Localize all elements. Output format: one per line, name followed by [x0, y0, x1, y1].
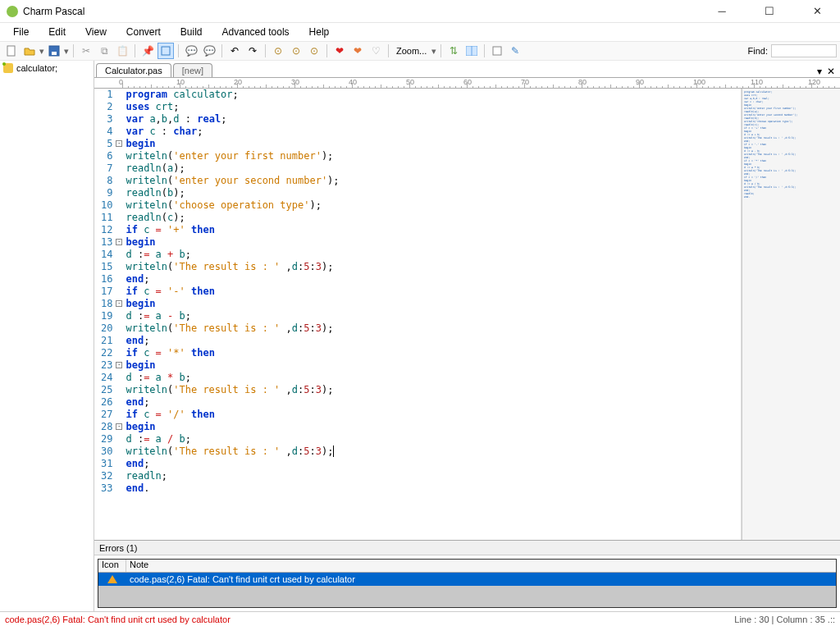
paste-icon[interactable]: 📋 — [114, 43, 130, 59]
svg-rect-0 — [7, 46, 15, 56]
status-caret-position: Line : 30 | Column : 35 .:: — [734, 615, 835, 624]
status-error-text: code.pas(2,6) Fatal: Can't find unit crt… — [5, 615, 231, 624]
close-button[interactable]: ✕ — [801, 2, 833, 21]
tab-close-icon[interactable]: ✕ — [827, 66, 835, 77]
build-icon[interactable]: ⊙ — [288, 43, 304, 59]
redo-icon[interactable]: ↷ — [244, 43, 261, 59]
editor-main: Calculator.pas [new] ▾ ✕ 010203040506070… — [94, 61, 840, 611]
line-gutter: 1234567891011121314151617181920212223242… — [94, 89, 116, 540]
maximize-button[interactable]: ☐ — [753, 2, 786, 21]
app-icon — [7, 6, 18, 17]
comment-icon[interactable]: 💬 — [183, 43, 199, 59]
statusbar: code.pas(2,6) Fatal: Can't find unit crt… — [0, 611, 840, 626]
new-file-icon[interactable] — [3, 43, 20, 59]
window-title: Charm Pascal — [23, 6, 705, 17]
code-content[interactable]: program calculator;uses crt;var a,b,d : … — [124, 89, 741, 540]
run-icon[interactable]: ⊙ — [270, 43, 286, 59]
sort-icon[interactable]: ⇅ — [445, 43, 462, 59]
heart-red-icon[interactable]: ❤ — [331, 43, 348, 59]
tab-bar: Calculator.pas [new] ▾ ✕ — [94, 61, 840, 77]
errors-col-icon[interactable]: Icon — [98, 560, 126, 572]
copy-icon[interactable]: ⧉ — [96, 43, 112, 59]
find-input[interactable] — [771, 44, 837, 57]
toolbar: ▾ ▾ ✂ ⧉ 📋 📌 💬 💬 ↶ ↷ ⊙ ⊙ ⊙ ❤ ❤ ♡ Zoom... … — [0, 41, 840, 61]
menu-convert[interactable]: Convert — [118, 25, 169, 39]
menu-edit[interactable]: Edit — [40, 25, 74, 39]
error-row[interactable]: code.pas(2,6) Fatal: Can't find unit crt… — [98, 573, 836, 586]
menubar: File Edit View Convert Build Advanced to… — [0, 23, 840, 41]
errors-panel: Errors (1) Icon Note code.pas(2,6) Fatal… — [94, 540, 840, 611]
sidebar-item-calculator[interactable]: calculator; — [2, 62, 92, 74]
ruler: 0102030405060708090100110120130 — [94, 77, 840, 89]
svg-rect-6 — [493, 47, 501, 55]
sidebar-item-label: calculator; — [16, 63, 57, 73]
titlebar: Charm Pascal ─ ☐ ✕ — [0, 0, 840, 23]
open-folder-icon[interactable] — [21, 43, 38, 59]
menu-view[interactable]: View — [77, 25, 115, 39]
menu-help[interactable]: Help — [301, 25, 338, 39]
bookmark-icon[interactable] — [158, 43, 174, 59]
tab-new[interactable]: [new] — [173, 63, 212, 77]
zoom-dropdown[interactable]: Zoom... — [393, 46, 430, 56]
menu-build[interactable]: Build — [172, 25, 211, 39]
undo-icon[interactable]: ↶ — [226, 43, 243, 59]
code-editor[interactable]: 1234567891011121314151617181920212223242… — [94, 89, 742, 540]
pin-icon[interactable]: 📌 — [139, 43, 156, 59]
heart-orange-icon[interactable]: ❤ — [349, 43, 366, 59]
error-note: code.pas(2,6) Fatal: Can't find unit crt… — [126, 574, 836, 584]
workspace: calculator; Calculator.pas [new] ▾ ✕ 010… — [0, 61, 840, 611]
tab-calculator[interactable]: Calculator.pas — [96, 63, 171, 77]
menu-file[interactable]: File — [5, 25, 37, 39]
svg-rect-2 — [52, 52, 57, 55]
edit-pencil-icon[interactable]: ✎ — [507, 43, 523, 59]
project-sidebar: calculator; — [0, 61, 94, 611]
menu-advanced-tools[interactable]: Advanced tools — [214, 25, 298, 39]
svg-rect-3 — [162, 47, 170, 55]
window-controls: ─ ☐ ✕ — [705, 2, 833, 21]
cut-icon[interactable]: ✂ — [78, 43, 94, 59]
save-icon[interactable] — [46, 43, 62, 59]
errors-tab[interactable]: Errors (1) — [94, 541, 840, 555]
uncomment-icon[interactable]: 💬 — [201, 43, 217, 59]
tab-menu-icon[interactable]: ▾ — [817, 66, 822, 77]
debug-icon[interactable]: ⊙ — [306, 43, 322, 59]
errors-grid: Icon Note code.pas(2,6) Fatal: Can't fin… — [98, 559, 837, 608]
heart-grey-icon[interactable]: ♡ — [368, 43, 384, 59]
errors-empty-area — [98, 586, 836, 607]
warning-icon — [107, 575, 117, 583]
settings-icon[interactable] — [489, 43, 505, 59]
minimap[interactable]: program calculator; uses crt; var a,b,d … — [742, 89, 840, 540]
panel-icon[interactable] — [463, 43, 480, 59]
find-box: Find: — [748, 44, 837, 57]
unit-icon — [3, 63, 13, 73]
errors-col-note[interactable]: Note — [126, 560, 836, 572]
minimize-button[interactable]: ─ — [705, 2, 738, 21]
fold-gutter[interactable]: ----- — [116, 89, 124, 540]
find-label: Find: — [748, 46, 768, 56]
